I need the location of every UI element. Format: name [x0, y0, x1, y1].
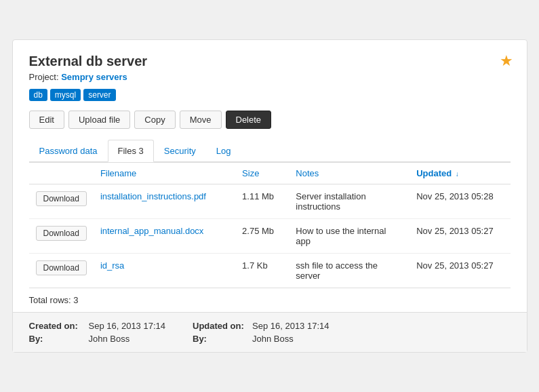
tab-password-data[interactable]: Password data	[29, 140, 108, 162]
tags-row: db mysql server	[29, 89, 511, 101]
tab-security[interactable]: Security	[154, 140, 206, 162]
created-on-label: Created on:	[29, 321, 83, 331]
updated-by-row: By: John Boss	[193, 334, 330, 344]
updated-on-label: Updated on:	[193, 321, 247, 331]
cell-filename-1: installation_instructions.pdf	[94, 184, 235, 219]
file-link-1[interactable]: installation_instructions.pdf	[100, 191, 206, 201]
tag-db[interactable]: db	[29, 89, 47, 101]
cell-size-1: 1.11 Mb	[235, 184, 289, 219]
created-on-value: Sep 16, 2013 17:14	[89, 321, 166, 331]
download-button-1[interactable]: Download	[36, 191, 87, 206]
table-row: Download internal_app_manual.docx 2.75 M…	[29, 219, 511, 254]
cell-notes-2: How to use the internal app	[289, 219, 410, 254]
cell-action-2: Download	[29, 219, 94, 254]
cell-updated-1: Nov 25, 2013 05:28	[410, 184, 510, 219]
cell-filename-2: internal_app_manual.docx	[94, 219, 235, 254]
project-link[interactable]: Sempry servers	[61, 72, 127, 82]
col-header-notes[interactable]: Notes	[289, 163, 410, 184]
cell-updated-2: Nov 25, 2013 05:27	[410, 219, 510, 254]
project-label: Project: Sempry servers	[29, 72, 511, 82]
col-header-filename[interactable]: Filename	[94, 163, 235, 184]
download-button-2[interactable]: Download	[36, 226, 87, 241]
updated-by-value: John Boss	[252, 334, 294, 344]
created-by-row: By: John Boss	[29, 334, 166, 344]
cell-notes-1: Server installation instructions	[289, 184, 410, 219]
delete-button[interactable]: Delete	[226, 111, 272, 129]
cell-size-3: 1.7 Kb	[235, 254, 289, 288]
updated-on-row: Updated on: Sep 16, 2013 17:14	[193, 321, 330, 331]
download-button-3[interactable]: Download	[36, 260, 87, 275]
tag-server[interactable]: server	[83, 89, 115, 101]
updated-info: Updated on: Sep 16, 2013 17:14 By: John …	[193, 321, 330, 344]
edit-button[interactable]: Edit	[29, 111, 64, 129]
col-header-size[interactable]: Size	[235, 163, 289, 184]
created-info: Created on: Sep 16, 2013 17:14 By: John …	[29, 321, 166, 344]
tab-log[interactable]: Log	[206, 140, 241, 162]
move-button[interactable]: Move	[180, 111, 222, 129]
file-link-2[interactable]: internal_app_manual.docx	[100, 226, 204, 236]
created-on-row: Created on: Sep 16, 2013 17:14	[29, 321, 166, 331]
toolbar: Edit Upload file Copy Move Delete	[29, 111, 511, 129]
cell-notes-3: ssh file to access the server	[289, 254, 410, 288]
cell-filename-3: id_rsa	[94, 254, 235, 288]
star-icon[interactable]: ★	[500, 52, 513, 70]
cell-action-1: Download	[29, 184, 94, 219]
col-header-updated[interactable]: Updated ↓	[410, 163, 510, 184]
cell-updated-3: Nov 25, 2013 05:27	[410, 254, 510, 288]
page-title: External db server	[29, 54, 511, 69]
cell-size-2: 2.75 Mb	[235, 219, 289, 254]
meta-footer: Created on: Sep 16, 2013 17:14 By: John …	[13, 312, 527, 352]
col-header-action	[29, 163, 94, 184]
updated-by-label: By:	[193, 334, 247, 344]
created-by-label: By:	[29, 334, 83, 344]
sort-arrow-updated: ↓	[456, 170, 459, 178]
tag-mysql[interactable]: mysql	[50, 89, 81, 101]
cell-action-3: Download	[29, 254, 94, 288]
copy-button[interactable]: Copy	[134, 111, 175, 129]
created-by-value: John Boss	[89, 334, 130, 344]
table-row: Download installation_instructions.pdf 1…	[29, 184, 511, 219]
file-link-3[interactable]: id_rsa	[100, 260, 124, 271]
upload-button[interactable]: Upload file	[68, 111, 130, 129]
tabs: Password data Files 3 Security Log	[29, 140, 511, 162]
total-rows: Total rows: 3	[29, 288, 511, 312]
tab-files[interactable]: Files 3	[108, 140, 154, 162]
updated-on-value: Sep 16, 2013 17:14	[252, 321, 330, 331]
table-row: Download id_rsa 1.7 Kb ssh file to acces…	[29, 254, 511, 288]
project-prefix: Project:	[29, 72, 59, 82]
files-table: Filename Size Notes Updated ↓ Download i…	[29, 162, 511, 288]
main-card: ★ External db server Project: Sempry ser…	[12, 39, 527, 353]
